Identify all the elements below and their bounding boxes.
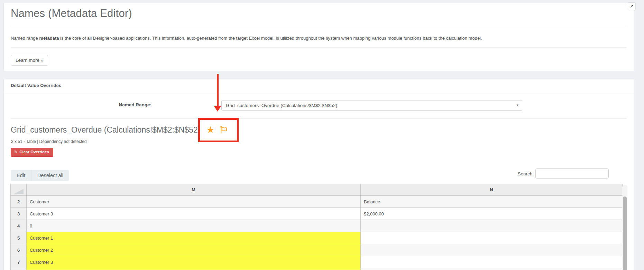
table-row: 2 Customer Balance xyxy=(11,196,623,208)
row-number[interactable]: 7 xyxy=(11,256,27,268)
search-label: Search: xyxy=(489,171,534,176)
table-row: 8 xyxy=(11,268,623,270)
row-number[interactable]: 3 xyxy=(11,208,27,220)
deselect-all-button[interactable]: Deselect all xyxy=(31,170,69,181)
cell-m[interactable]: Customer xyxy=(27,196,361,208)
table-row: 4 0 xyxy=(11,220,623,232)
intro-description: Named range metadata is the core of all … xyxy=(11,36,482,41)
divider xyxy=(11,118,627,119)
edit-button[interactable]: Edit xyxy=(11,170,31,181)
cell-n[interactable] xyxy=(361,256,623,268)
row-number[interactable]: 4 xyxy=(11,220,27,232)
select-all-corner-icon xyxy=(13,189,24,194)
row-number[interactable]: 5 xyxy=(11,232,27,244)
page: { "intro": { "title": "Names (Metadata E… xyxy=(0,0,644,270)
cell-m-highlighted[interactable]: Customer 3 xyxy=(27,256,361,268)
range-heading-row: Grid_customers_Overdue (Calculations!$M$… xyxy=(11,124,228,136)
clear-overrides-button[interactable]: ↻Clear Overrides xyxy=(11,148,53,157)
table-scrollbar-thumb[interactable] xyxy=(623,196,627,270)
flag-icon[interactable] xyxy=(219,125,228,134)
intro-panel: Names (Metadata Editor) ↗ Named range me… xyxy=(3,3,634,71)
cell-n[interactable]: $2,000.00 xyxy=(361,208,623,220)
intro-description-prefix: Named range xyxy=(11,36,39,41)
grid-corner-cell[interactable] xyxy=(11,184,27,196)
cell-m-highlighted[interactable] xyxy=(27,268,361,270)
range-meta-text: 2 x 51 - Table | Dependency not detected xyxy=(11,139,86,144)
intro-description-bold: metadata xyxy=(39,36,59,41)
row-number[interactable]: 2 xyxy=(11,196,27,208)
table-row: 7 Customer 3 xyxy=(11,256,623,268)
favorite-star-icon[interactable]: ★ xyxy=(206,125,214,135)
cell-n[interactable] xyxy=(361,232,623,244)
grid-header-row: M N xyxy=(11,184,623,196)
divider xyxy=(11,47,627,48)
default-value-overrides-panel: Default Value Overrides Named Range: Gri… xyxy=(3,79,634,270)
clear-overrides-label: Clear Overrides xyxy=(19,150,49,154)
refresh-icon: ↻ xyxy=(14,150,17,154)
named-range-select-wrap: Grid_customers_Overdue (Calculations!$M$… xyxy=(221,100,522,111)
search-input[interactable] xyxy=(535,168,609,179)
expand-icon: ↗ xyxy=(630,4,633,9)
panel-header: Default Value Overrides xyxy=(4,79,634,92)
named-range-label: Named Range: xyxy=(87,102,151,107)
row-number[interactable]: 6 xyxy=(11,244,27,256)
annotation-arrow xyxy=(217,74,219,106)
cell-m[interactable]: 0 xyxy=(27,220,361,232)
table-row: 3 Customer 3 $2,000.00 xyxy=(11,208,623,220)
cell-n[interactable] xyxy=(361,244,623,256)
range-heading: Grid_customers_Overdue (Calculations!$M$… xyxy=(11,125,200,135)
page-title: Names (Metadata Editor) xyxy=(11,7,132,20)
data-grid: M N 2 Customer Balance 3 Customer 3 $2,0… xyxy=(10,184,622,270)
table-toolbar-button-group: Edit Deselect all xyxy=(11,170,69,181)
cell-m-highlighted[interactable]: Customer 1 xyxy=(27,232,361,244)
table-row: 5 Customer 1 xyxy=(11,232,623,244)
cell-n[interactable] xyxy=(361,268,623,270)
cell-n[interactable]: Balance xyxy=(361,196,623,208)
cell-m-highlighted[interactable]: Customer 2 xyxy=(27,244,361,256)
column-header-n[interactable]: N xyxy=(361,184,623,196)
expand-panel-button[interactable]: ↗ xyxy=(628,2,636,10)
learn-more-button[interactable]: Learn more » xyxy=(11,55,48,66)
named-range-select[interactable]: Grid_customers_Overdue (Calculations!$M$… xyxy=(221,100,522,111)
divider xyxy=(11,26,627,26)
row-number[interactable]: 8 xyxy=(11,268,27,270)
cell-n[interactable] xyxy=(361,220,623,232)
annotation-arrow-head xyxy=(214,106,221,112)
intro-description-suffix: is the core of all Designer-based applic… xyxy=(59,36,482,41)
cell-m[interactable]: Customer 3 xyxy=(27,208,361,220)
table-row: 6 Customer 2 xyxy=(11,244,623,256)
column-header-m[interactable]: M xyxy=(27,184,361,196)
